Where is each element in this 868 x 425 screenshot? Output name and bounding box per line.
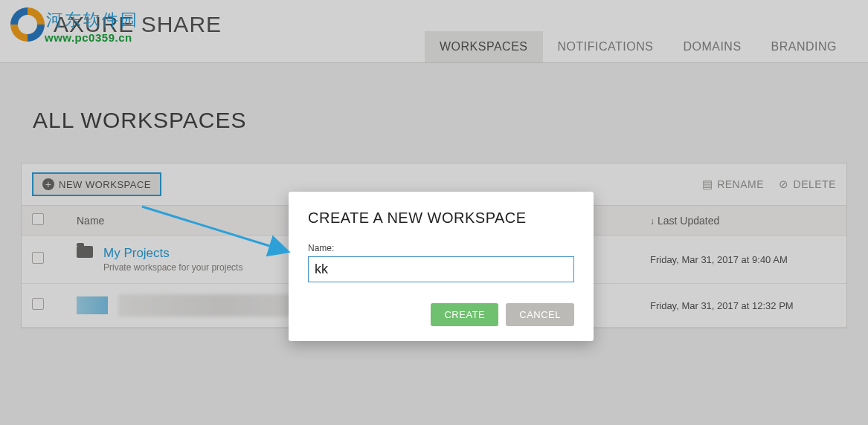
name-label: Name: (308, 243, 574, 253)
create-workspace-modal: CREATE A NEW WORKSPACE Name: CREATE CANC… (289, 192, 594, 341)
cancel-button[interactable]: CANCEL (506, 303, 574, 326)
modal-title: CREATE A NEW WORKSPACE (308, 210, 574, 227)
create-button[interactable]: CREATE (431, 303, 498, 326)
name-input[interactable] (308, 256, 574, 282)
